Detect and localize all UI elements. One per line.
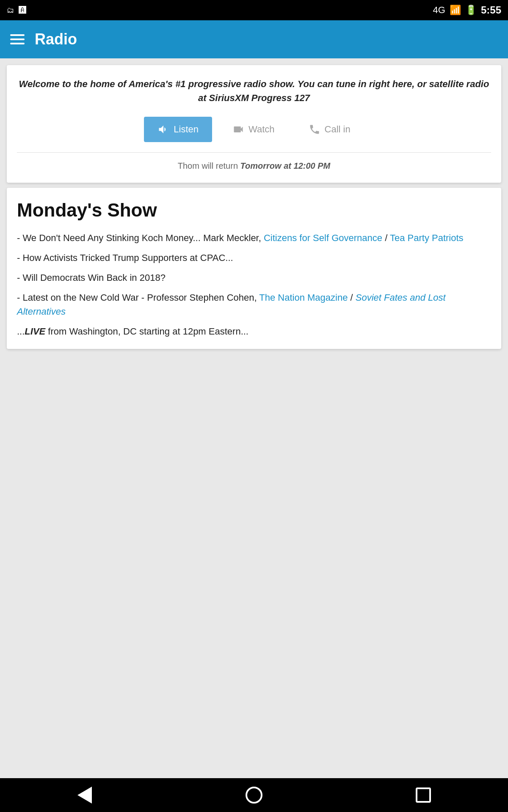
phone-icon bbox=[309, 123, 320, 135]
callin-label: Call in bbox=[325, 124, 351, 135]
video-icon bbox=[232, 123, 244, 135]
welcome-text: Welcome to the home of America's #1 prog… bbox=[17, 77, 491, 105]
citizens-link[interactable]: Citizens for Self Governance bbox=[264, 233, 382, 243]
sim-icon: 🗂 bbox=[7, 6, 14, 15]
status-time: 5:55 bbox=[481, 4, 501, 16]
live-after: from Washington, DC starting at 12pm Eas… bbox=[45, 326, 248, 337]
show-card: Monday's Show - We Don't Need Any Stinki… bbox=[7, 188, 501, 349]
bottom-nav bbox=[0, 778, 508, 812]
app-icon: 🅰 bbox=[19, 6, 26, 15]
show-item-2-text: - How Activists Tricked Trump Supporters… bbox=[17, 252, 233, 263]
app-bar: Radio bbox=[0, 20, 508, 58]
show-items: - We Don't Need Any Stinking Koch Money.… bbox=[17, 231, 491, 337]
battery-icon: 🔋 bbox=[465, 5, 477, 16]
return-text: Thom will return Tomorrow at 12:00 PM bbox=[17, 161, 491, 171]
show-live-text: ...LIVE from Washington, DC starting at … bbox=[17, 326, 491, 337]
menu-line-1 bbox=[10, 34, 25, 36]
status-bar-right: 4G 📶 🔋 5:55 bbox=[433, 4, 501, 16]
listen-label: Listen bbox=[174, 124, 199, 135]
listen-button[interactable]: Listen bbox=[144, 117, 212, 142]
speaker-icon bbox=[157, 123, 169, 135]
signal-icon: 📶 bbox=[450, 5, 461, 16]
separator bbox=[17, 152, 491, 153]
menu-line-2 bbox=[10, 38, 25, 40]
back-icon bbox=[77, 787, 92, 804]
recent-icon bbox=[416, 787, 431, 803]
show-item-4-sep: / bbox=[351, 292, 353, 303]
show-item-4: - Latest on the New Cold War - Professor… bbox=[17, 291, 491, 318]
return-highlight: Tomorrow at 12:00 PM bbox=[240, 161, 331, 170]
menu-button[interactable] bbox=[10, 34, 25, 44]
live-dots: ... bbox=[17, 326, 25, 337]
watch-label: Watch bbox=[248, 124, 275, 135]
signal-label: 4G bbox=[433, 5, 445, 16]
status-bar-left: 🗂 🅰 bbox=[7, 6, 26, 15]
app-bar-title: Radio bbox=[35, 30, 77, 48]
main-content: Welcome to the home of America's #1 prog… bbox=[0, 58, 508, 778]
show-title: Monday's Show bbox=[17, 200, 491, 221]
show-item-2: - How Activists Tricked Trump Supporters… bbox=[17, 251, 491, 265]
menu-line-3 bbox=[10, 43, 25, 44]
return-prefix: Thom will return bbox=[178, 161, 238, 170]
show-item-1-sep: / bbox=[385, 233, 387, 243]
home-icon bbox=[246, 787, 262, 804]
home-button[interactable] bbox=[243, 785, 265, 806]
callin-button[interactable]: Call in bbox=[295, 117, 364, 142]
watch-button[interactable]: Watch bbox=[219, 117, 288, 142]
show-item-1-text: - We Don't Need Any Stinking Koch Money.… bbox=[17, 233, 264, 243]
status-bar: 🗂 🅰 4G 📶 🔋 5:55 bbox=[0, 0, 508, 20]
welcome-card: Welcome to the home of America's #1 prog… bbox=[7, 65, 501, 183]
nation-magazine-link[interactable]: The Nation Magazine bbox=[259, 292, 348, 303]
show-item-1: - We Don't Need Any Stinking Koch Money.… bbox=[17, 231, 491, 245]
live-bold: LIVE bbox=[25, 326, 45, 337]
back-button[interactable] bbox=[74, 785, 95, 806]
show-item-4-text: - Latest on the New Cold War - Professor… bbox=[17, 292, 259, 303]
action-buttons: Listen Watch Call in bbox=[17, 117, 491, 142]
recent-button[interactable] bbox=[413, 785, 434, 806]
tea-party-link[interactable]: Tea Party Patriots bbox=[390, 233, 464, 243]
show-item-3-text: - Will Democrats Win Back in 2018? bbox=[17, 272, 166, 283]
show-item-3: - Will Democrats Win Back in 2018? bbox=[17, 271, 491, 285]
